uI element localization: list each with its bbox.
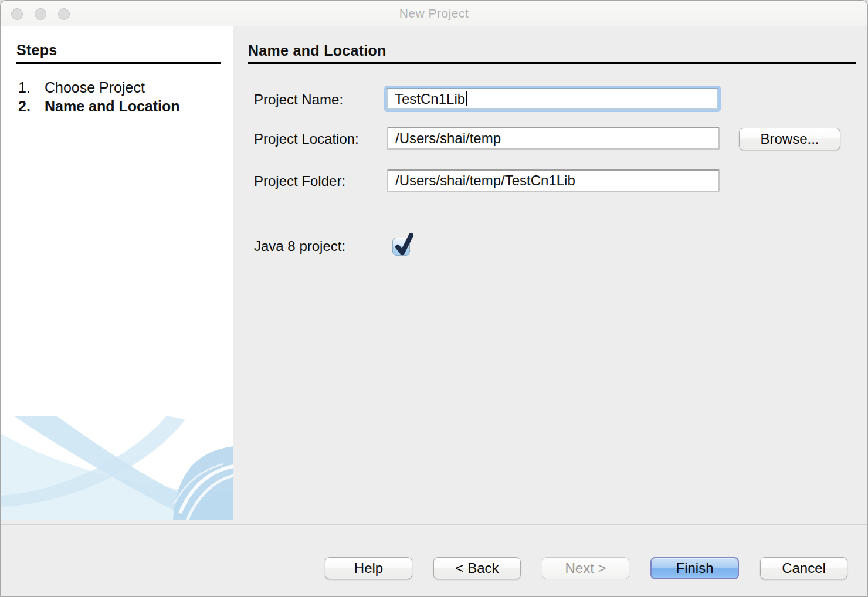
new-project-window: New Project Steps 1. Choose Project 2. N… (0, 0, 868, 597)
name-and-location-panel: Name and Location Project Name: TestCn1L… (233, 26, 867, 524)
back-button[interactable]: < Back (433, 557, 521, 579)
project-location-value: /Users/shai/temp (395, 130, 501, 146)
checkmark-icon (394, 230, 414, 257)
steps-heading: Steps (16, 42, 221, 64)
step-item-choose-project: 1. Choose Project (1, 78, 233, 97)
project-name-label: Project Name: (254, 91, 343, 108)
step-number: 2. (18, 97, 45, 116)
browse-button[interactable]: Browse... (739, 128, 840, 150)
step-item-name-and-location: 2. Name and Location (1, 97, 233, 116)
java8-project-checkbox[interactable] (392, 238, 410, 256)
project-folder-value: /Users/shai/temp/TestCn1Lib (395, 172, 575, 188)
project-folder-input[interactable]: /Users/shai/temp/TestCn1Lib (387, 169, 720, 192)
steps-list: 1. Choose Project 2. Name and Location (1, 78, 233, 116)
step-number: 1. (18, 78, 45, 97)
netbeans-swoosh-watermark-icon (1, 416, 233, 520)
java8-project-label: Java 8 project: (254, 238, 345, 255)
button-bar: Help < Back Next > Finish Cancel (1, 524, 867, 597)
step-label: Choose Project (45, 78, 145, 97)
steps-panel: Steps 1. Choose Project 2. Name and Loca… (1, 26, 233, 520)
help-button[interactable]: Help (325, 557, 412, 579)
project-name-input[interactable]: TestCn1Lib (386, 88, 718, 110)
project-location-input[interactable]: /Users/shai/temp (387, 127, 720, 150)
project-folder-label: Project Folder: (254, 173, 345, 189)
window-title: New Project (1, 1, 867, 26)
project-name-value: TestCn1Lib (395, 91, 465, 107)
cancel-button[interactable]: Cancel (760, 557, 847, 579)
text-caret (466, 91, 467, 106)
section-heading: Name and Location (248, 42, 856, 64)
project-location-label: Project Location: (254, 131, 359, 147)
step-label: Name and Location (45, 97, 180, 116)
finish-button[interactable]: Finish (650, 557, 739, 579)
titlebar: New Project (1, 1, 867, 26)
dialog-body: Steps 1. Choose Project 2. Name and Loca… (1, 26, 867, 524)
next-button: Next > (542, 557, 629, 579)
